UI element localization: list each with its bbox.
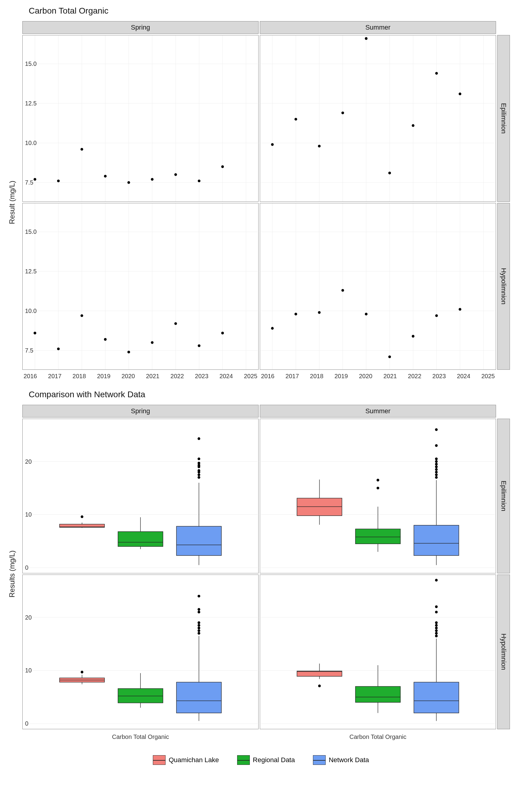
svg-point-174: [198, 632, 200, 635]
svg-point-148: [435, 468, 438, 471]
svg-text:10: 10: [25, 667, 32, 674]
bpanel-spring-epi: 01020: [22, 419, 259, 573]
legend-label-network: Network Data: [329, 756, 369, 764]
bxaxis-summer: Carbon Total Organic: [260, 730, 496, 743]
svg-text:0: 0: [25, 720, 28, 727]
svg-point-177: [198, 624, 200, 627]
legend-swatch-quamichan: [153, 755, 165, 765]
svg-point-92: [295, 313, 297, 316]
svg-point-97: [412, 335, 415, 338]
svg-point-21: [104, 175, 107, 178]
svg-point-71: [104, 338, 107, 341]
svg-point-73: [151, 341, 154, 344]
svg-point-110: [81, 515, 83, 518]
svg-point-99: [459, 308, 461, 310]
svg-point-149: [435, 466, 438, 468]
legend-swatch-regional: [237, 755, 250, 765]
legend-network: Network Data: [313, 755, 369, 765]
svg-point-98: [435, 314, 438, 317]
bstrip-summer: Summer: [260, 405, 496, 418]
svg-rect-137: [356, 529, 401, 544]
svg-rect-143: [414, 525, 459, 555]
svg-point-147: [435, 471, 438, 473]
scatter-ylabel: Result (mg/L): [3, 35, 21, 370]
svg-rect-133: [297, 498, 342, 516]
svg-rect-172: [176, 682, 221, 713]
svg-text:20: 20: [25, 614, 32, 621]
strip-summer: Summer: [260, 21, 496, 34]
xaxis-spring: 2016201720182019202020212022202320242025: [22, 371, 259, 384]
strip-hypo: Hypolimnion: [497, 203, 510, 370]
svg-rect-168: [118, 688, 163, 703]
svg-point-43: [318, 145, 321, 147]
svg-text:20: 20: [25, 458, 32, 465]
svg-point-175: [198, 629, 200, 632]
svg-point-96: [388, 356, 391, 358]
svg-point-93: [318, 311, 321, 314]
svg-point-68: [34, 332, 36, 334]
svg-point-154: [435, 428, 438, 431]
panel-summer-epi: [260, 35, 496, 202]
bpanel-summer-hypo: [260, 574, 496, 729]
svg-point-140: [377, 479, 379, 482]
svg-point-200: [435, 629, 438, 632]
svg-point-24: [174, 173, 177, 176]
svg-point-119: [198, 476, 200, 479]
svg-rect-113: [118, 532, 163, 546]
svg-point-189: [318, 685, 321, 687]
svg-text:12.5: 12.5: [25, 268, 37, 275]
svg-point-75: [198, 344, 201, 347]
bpanel-summer-epi: [260, 419, 496, 573]
svg-point-74: [174, 322, 177, 325]
svg-text:0: 0: [25, 564, 28, 571]
svg-point-206: [435, 579, 438, 582]
svg-point-91: [271, 327, 274, 329]
svg-rect-117: [176, 526, 221, 555]
svg-point-48: [435, 72, 438, 75]
svg-point-151: [435, 460, 438, 463]
svg-text:15.0: 15.0: [25, 60, 37, 67]
boxplot-figure: Comparison with Network Data Results (mg…: [0, 384, 522, 743]
svg-point-49: [459, 93, 461, 95]
svg-text:10.0: 10.0: [25, 140, 37, 146]
boxplot-ylabel: Results (mg/L): [3, 419, 21, 729]
strip-spring: Spring: [22, 21, 259, 34]
svg-point-45: [365, 37, 368, 40]
svg-point-70: [80, 314, 83, 317]
svg-point-145: [435, 476, 438, 479]
svg-point-179: [198, 611, 200, 613]
strip-epi: Epilimnion: [497, 35, 510, 202]
svg-point-153: [435, 444, 438, 447]
legend-label-regional: Regional Data: [253, 756, 295, 764]
svg-point-202: [435, 624, 438, 627]
svg-point-41: [271, 143, 274, 146]
svg-text:7.5: 7.5: [25, 179, 34, 186]
scatter-grid: Result (mg/L) Spring Summer 7.510.012.51…: [3, 21, 519, 384]
svg-point-20: [80, 148, 83, 151]
svg-point-122: [198, 469, 200, 472]
legend-swatch-network: [313, 755, 326, 765]
svg-text:10: 10: [25, 511, 32, 518]
svg-point-178: [198, 622, 200, 624]
bstrip-epi: Epilimnion: [497, 419, 510, 573]
bxaxis-spring: Carbon Total Organic: [22, 730, 259, 743]
svg-point-44: [341, 111, 344, 114]
svg-point-204: [435, 611, 438, 613]
panel-spring-hypo: 7.510.012.515.0: [22, 203, 259, 370]
svg-rect-196: [414, 682, 459, 713]
scatter-figure: Carbon Total Organic Result (mg/L) Sprin…: [0, 0, 522, 384]
svg-point-47: [412, 124, 415, 127]
svg-point-152: [435, 458, 438, 460]
svg-point-19: [57, 179, 60, 182]
svg-point-25: [198, 179, 201, 182]
svg-point-127: [198, 438, 200, 440]
legend-quamichan: Quamichan Lake: [153, 755, 219, 765]
svg-point-180: [198, 608, 200, 611]
svg-point-176: [198, 627, 200, 629]
svg-point-139: [377, 487, 379, 489]
legend: Quamichan Lake Regional Data Network Dat…: [0, 743, 522, 777]
svg-point-26: [221, 165, 224, 168]
svg-point-46: [388, 171, 391, 174]
boxplot-grid: Results (mg/L) Spring Summer 01020 01020…: [3, 405, 519, 743]
svg-point-205: [435, 605, 438, 608]
